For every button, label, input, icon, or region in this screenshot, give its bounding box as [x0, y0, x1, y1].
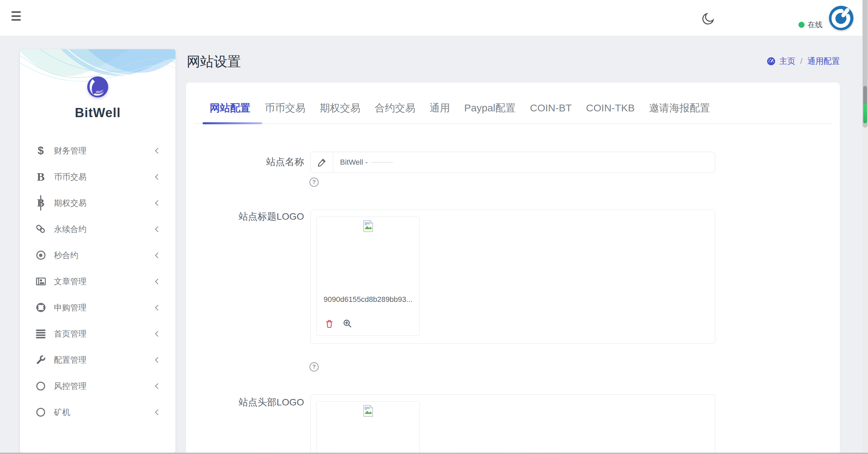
chevron-left-icon: [154, 147, 159, 154]
title-logo-upload-box: 9090d6155cd8b289bb93...: [310, 210, 715, 344]
chevron-left-icon: [154, 174, 159, 180]
site-name-value: BitWell -: [340, 158, 368, 167]
chevron-left-icon: [154, 252, 159, 259]
broken-image-icon: [363, 220, 373, 232]
breadcrumb-current[interactable]: 通用配置: [807, 56, 840, 67]
tab-spot-trading[interactable]: 币币交易: [265, 102, 305, 114]
settings-tabs: 网站配置 币币交易 期权交易 合约交易 通用 Paypal配置 COIN-BT …: [210, 102, 710, 114]
chevron-left-icon: [154, 409, 159, 416]
header-logo-label: 站点头部LOGO: [192, 397, 304, 408]
tab-invite-poster-config[interactable]: 邀请海报配置: [649, 102, 710, 114]
hamburger-menu-icon[interactable]: [12, 11, 21, 21]
chevron-left-icon: [154, 330, 159, 337]
chevron-left-icon: [154, 304, 159, 311]
dollar-icon: $: [33, 144, 48, 157]
dashboard-icon: [767, 57, 776, 66]
window-bottom-edge: [0, 453, 868, 454]
chevron-left-icon: [154, 200, 159, 206]
brand-logo: [87, 76, 108, 97]
settings-card: 网站配置 币币交易 期权交易 合约交易 通用 Paypal配置 COIN-BT …: [186, 83, 840, 454]
broken-image-icon: [363, 405, 373, 417]
tab-divider: [193, 123, 832, 124]
dark-mode-moon-icon[interactable]: [701, 12, 715, 26]
breadcrumb: 主页 / 通用配置: [767, 56, 840, 67]
tab-options-trading[interactable]: 期权交易: [320, 102, 360, 114]
zoom-in-icon[interactable]: [343, 319, 352, 328]
sidebar-item-subscription[interactable]: 申购管理: [20, 294, 175, 321]
site-name-input[interactable]: BitWell -: [310, 152, 715, 173]
sidebar-item-seconds-contract[interactable]: 秒合约: [20, 242, 175, 268]
online-status: 在线: [798, 20, 823, 30]
wrench-icon: [33, 355, 48, 365]
title-logo-label: 站点标题LOGO: [192, 211, 304, 222]
sidebar-item-spot-trading[interactable]: B 币币交易: [20, 164, 175, 190]
online-dot-icon: [798, 22, 805, 28]
sidebar-item-homepage[interactable]: 首页管理: [20, 321, 175, 347]
circle-icon: [33, 408, 48, 417]
tab-paypal-config[interactable]: Paypal配置: [464, 102, 516, 114]
sidebar: BitWell $ 财务管理 B 币币交易 B 期权交易: [20, 49, 175, 453]
circle-icon: [33, 382, 48, 391]
delete-trash-icon[interactable]: [325, 319, 334, 328]
scrollbar-track[interactable]: [862, 0, 868, 454]
chevron-left-icon: [154, 383, 159, 389]
online-status-label: 在线: [808, 20, 823, 30]
brand-name: BitWell: [20, 106, 175, 120]
chevron-left-icon: [154, 278, 159, 285]
site-name-label: 站点名称: [192, 156, 304, 168]
letter-b-icon: B: [33, 170, 48, 183]
newspaper-icon: [33, 276, 48, 287]
sidebar-item-config[interactable]: 配置管理: [20, 347, 175, 373]
active-tab-underline: [203, 122, 262, 124]
baht-icon: B: [33, 197, 48, 209]
user-avatar[interactable]: [829, 6, 853, 30]
tab-coin-tkb[interactable]: COIN-TKB: [586, 102, 635, 114]
sidebar-item-articles[interactable]: 文章管理: [20, 268, 175, 294]
tab-general[interactable]: 通用: [430, 102, 450, 114]
help-icon[interactable]: ?: [309, 178, 319, 187]
page-title: 网站设置: [187, 52, 241, 71]
topbar: 在线: [0, 0, 868, 36]
lifebuoy-icon: [33, 302, 48, 313]
tab-coin-bt[interactable]: COIN-BT: [530, 102, 572, 114]
sidebar-item-miner[interactable]: 矿机: [20, 399, 175, 425]
title-logo-thumbnail[interactable]: 9090d6155cd8b289bb93...: [316, 217, 420, 336]
sidebar-menu: $ 财务管理 B 币币交易 B 期权交易: [20, 138, 175, 425]
pencil-icon: [311, 152, 333, 172]
bars-icon: [33, 329, 48, 339]
sidebar-item-finance[interactable]: $ 财务管理: [20, 138, 175, 164]
tab-contract-trading[interactable]: 合约交易: [375, 102, 415, 114]
chain-link-icon: [33, 224, 48, 234]
help-icon[interactable]: ?: [309, 362, 319, 371]
breadcrumb-home[interactable]: 主页: [779, 56, 795, 67]
sidebar-item-perpetual-contracts[interactable]: 永续合约: [20, 216, 175, 242]
sidebar-item-risk-control[interactable]: 风控管理: [20, 373, 175, 399]
sidebar-item-options-trading[interactable]: B 期权交易: [20, 190, 175, 216]
tab-site-config[interactable]: 网站配置: [210, 102, 250, 114]
uploaded-filename: 9090d6155cd8b289bb93...: [317, 295, 419, 304]
header-logo-upload-box: [310, 394, 715, 454]
scrollbar-progress-indicator: [863, 86, 867, 123]
breadcrumb-separator: /: [800, 56, 803, 66]
bullseye-icon: [33, 251, 48, 260]
value-trailing-line: [371, 162, 393, 163]
chevron-left-icon: [154, 226, 159, 233]
header-logo-thumbnail[interactable]: [316, 401, 420, 454]
chevron-left-icon: [154, 357, 159, 363]
